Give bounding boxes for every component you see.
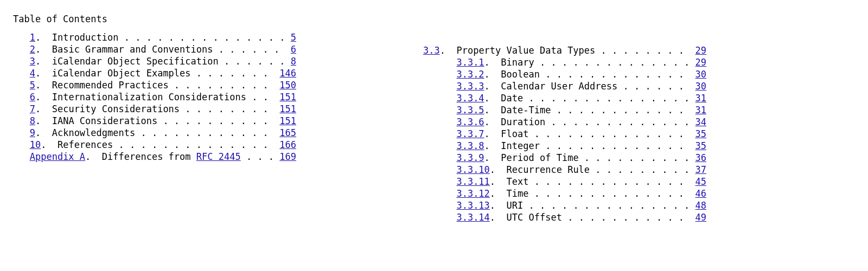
toc-section-link[interactable]: 3.3.9: [456, 152, 484, 163]
toc-entry-title: Basic Grammar and Conventions: [52, 44, 213, 55]
toc-page-link[interactable]: 6: [291, 44, 296, 55]
toc-page-link[interactable]: 45: [695, 176, 706, 187]
toc-page-link[interactable]: 30: [695, 69, 706, 80]
toc-section-link[interactable]: 7: [30, 104, 35, 114]
toc-entry-title: Boolean: [501, 69, 540, 80]
toc-entry-title: Acknowledgments: [52, 127, 136, 138]
toc-section-link[interactable]: 4: [30, 68, 35, 79]
toc-section-link[interactable]: 3.3.7: [456, 128, 484, 139]
toc-section-link[interactable]: 3.3.10: [456, 164, 489, 175]
toc-page-link[interactable]: 169: [279, 151, 296, 162]
toc-section-link[interactable]: 5: [30, 80, 35, 91]
toc-page-link[interactable]: 30: [695, 81, 706, 92]
toc-page-link[interactable]: 151: [279, 92, 296, 102]
toc-section-link[interactable]: 3: [30, 56, 35, 67]
toc-section-link[interactable]: 3.3.1: [456, 57, 484, 68]
toc-page-link[interactable]: 151: [279, 104, 296, 114]
toc-entry-title: IANA Considerations: [52, 115, 157, 126]
toc-heading: Table of Contents: [13, 13, 868, 25]
toc-entry-title: Differences from: [102, 151, 196, 162]
toc-page-link[interactable]: 29: [695, 45, 706, 56]
toc-page-link[interactable]: 31: [695, 93, 706, 104]
toc-right-column: 3.3. Property Value Data Types . . . . .…: [423, 44, 706, 223]
toc-page-link[interactable]: 36: [695, 152, 706, 163]
toc-section-link[interactable]: Appendix A: [30, 151, 85, 162]
toc-page-link[interactable]: 150: [279, 80, 296, 91]
toc-entry-title: UTC Offset: [507, 212, 562, 223]
toc-entry-title: Calendar User Address: [501, 81, 617, 92]
toc-section-link[interactable]: 8: [30, 115, 35, 126]
toc-entry-title: Date-Time: [501, 105, 551, 115]
toc-entry-title: Property Value Data Types: [456, 45, 595, 56]
toc-section-link[interactable]: 3.3.8: [456, 140, 484, 151]
toc-section-link[interactable]: 1: [30, 32, 35, 43]
toc-page-link[interactable]: 34: [695, 117, 706, 127]
toc-entry-title: Binary: [501, 57, 534, 68]
toc-page-link[interactable]: 35: [695, 140, 706, 151]
toc-page-link[interactable]: 35: [695, 128, 706, 139]
toc-page-link[interactable]: 29: [695, 57, 706, 68]
toc-entry-title: Introduction: [52, 32, 119, 43]
rfc-link[interactable]: RFC 2445: [196, 151, 241, 162]
toc-section-link[interactable]: 3.3.14: [456, 212, 489, 223]
toc-section-link[interactable]: 3.3.11: [456, 176, 489, 187]
toc-section-link[interactable]: 3.3.13: [456, 200, 489, 211]
toc-entry-title: Duration: [501, 117, 545, 127]
toc-section-link[interactable]: 3.3.4: [456, 93, 484, 104]
toc-section-link[interactable]: 3.3.12: [456, 188, 489, 199]
toc-entry-title: iCalendar Object Examples: [52, 68, 191, 79]
toc-section-link[interactable]: 10: [30, 139, 41, 150]
toc-entry-title: Date: [501, 93, 523, 104]
toc-section-link[interactable]: 3.3.2: [456, 69, 484, 80]
toc-page-link[interactable]: 5: [291, 32, 296, 43]
toc-page-link[interactable]: 8: [291, 56, 296, 67]
toc-entry-title: Text: [507, 176, 529, 187]
toc-page-link[interactable]: 151: [279, 115, 296, 126]
toc-page-link[interactable]: 166: [279, 139, 296, 150]
toc-page-link[interactable]: 146: [279, 68, 296, 79]
toc-page-link[interactable]: 49: [695, 212, 706, 223]
toc-section-link[interactable]: 2: [30, 44, 35, 55]
toc-entry-title: Recommended Practices: [52, 80, 169, 91]
toc-entry-title: Recurrence Rule: [507, 164, 590, 175]
toc-section-link[interactable]: 3.3.6: [456, 117, 484, 127]
toc-page-link[interactable]: 165: [279, 127, 296, 138]
toc-entry-title: References: [58, 139, 113, 150]
toc-page-link[interactable]: 46: [695, 188, 706, 199]
toc-page-link[interactable]: 37: [695, 164, 706, 175]
toc-section-link[interactable]: 3.3.3: [456, 81, 484, 92]
toc-entry-title: URI: [507, 200, 524, 211]
toc-section-link[interactable]: 9: [30, 127, 35, 138]
toc-section-link[interactable]: 6: [30, 92, 35, 102]
toc-entry-title: Integer: [501, 140, 540, 151]
toc-section-link[interactable]: 3.3.5: [456, 105, 484, 115]
toc-section-link[interactable]: 3.3: [423, 45, 440, 56]
toc-entry-title: Float: [501, 128, 528, 139]
toc-entry-title: Internationalization Considerations: [52, 92, 246, 102]
document-page: Table of Contents 1. Introduction . . . …: [0, 0, 868, 271]
toc-page-link[interactable]: 31: [695, 105, 706, 115]
toc-page-link[interactable]: 48: [695, 200, 706, 211]
toc-entry-title: Time: [507, 188, 529, 199]
toc-entry-title: iCalendar Object Specification: [52, 56, 219, 67]
toc-entry-title: Security Considerations: [52, 104, 180, 114]
toc-entry-title: Period of Time: [501, 152, 578, 163]
